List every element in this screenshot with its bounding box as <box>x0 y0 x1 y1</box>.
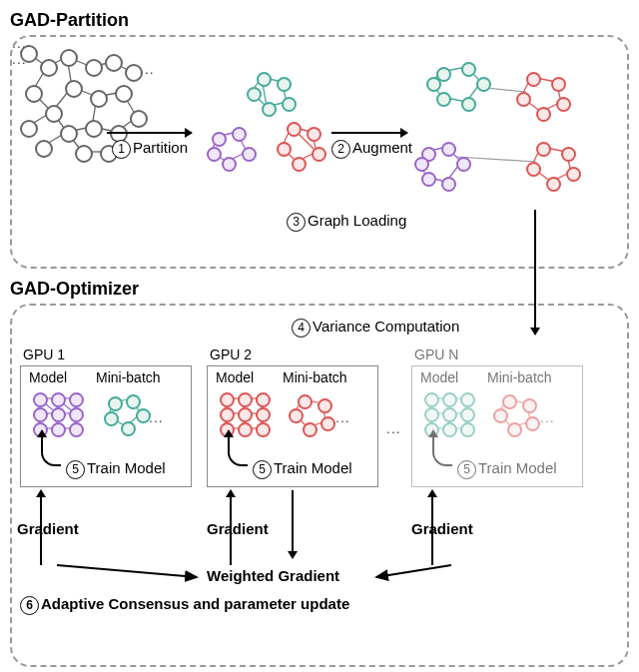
step6-num: 6 <box>20 596 39 615</box>
augmented-graphs <box>411 57 601 207</box>
optimizer-box: 4Variance Computation GPU 1 Model Mini-b… <box>10 304 629 667</box>
partition-title: GAD-Partition <box>10 10 629 31</box>
svg-line-103 <box>57 565 197 577</box>
step1-label: 1Partition <box>112 139 188 159</box>
step3-text: Graph Loading <box>308 212 406 229</box>
step3-num: 3 <box>287 213 306 232</box>
step2-label: 2Augment <box>331 139 412 159</box>
weighted-gradient-label: Weighted Gradient <box>207 567 339 584</box>
arrow-augment <box>331 132 407 134</box>
step1-text: Partition <box>133 139 188 156</box>
step2-num: 2 <box>331 140 350 159</box>
svg-line-104 <box>376 565 451 577</box>
step6-text: Adaptive Consensus and parameter update <box>41 595 349 612</box>
step2-text: Augment <box>352 139 412 156</box>
optimizer-title: GAD-Optimizer <box>10 279 629 300</box>
partition-box: ... ... ... 1Partition <box>10 35 629 269</box>
step1-num: 1 <box>112 140 131 159</box>
step3-label: 3Graph Loading <box>287 212 406 232</box>
arrow-partition <box>107 132 192 134</box>
converge-arrows <box>12 306 601 635</box>
partitioned-graphs <box>202 67 351 187</box>
step6-label: 6Adaptive Consensus and parameter update <box>20 595 349 615</box>
